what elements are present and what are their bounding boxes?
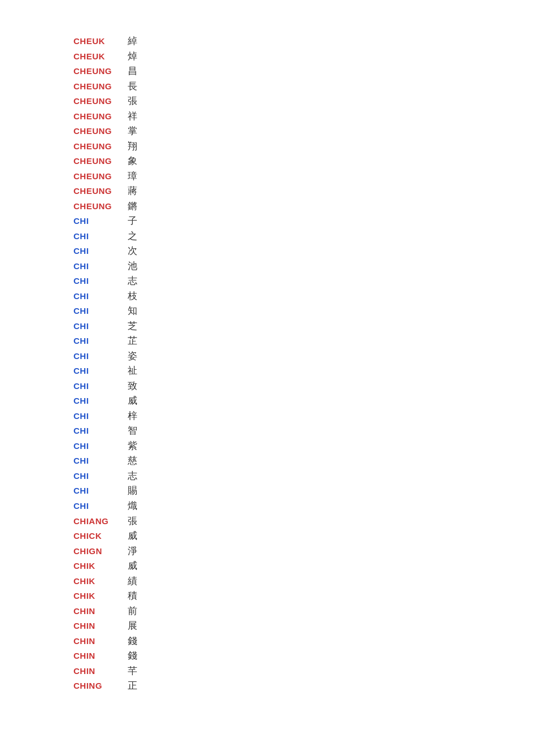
list-item: CHEUNG鏘 bbox=[73, 199, 534, 214]
romanization-label: CHI bbox=[73, 214, 124, 227]
romanization-label: CHI bbox=[73, 274, 124, 287]
list-item: CHIN前 bbox=[73, 604, 534, 619]
romanization-label: CHIGN bbox=[73, 545, 124, 558]
romanization-label: CHIK bbox=[73, 589, 124, 602]
romanization-label: CHI bbox=[73, 304, 124, 317]
romanization-label: CHI bbox=[73, 244, 124, 257]
list-item: CHI致 bbox=[73, 379, 534, 394]
chinese-character: 祥 bbox=[128, 109, 137, 124]
romanization-label: CHI bbox=[73, 394, 124, 407]
chinese-character: 展 bbox=[128, 619, 137, 634]
romanization-label: CHI bbox=[73, 230, 124, 243]
chinese-character: 威 bbox=[128, 394, 137, 409]
list-item: CHIGN淨 bbox=[73, 544, 534, 559]
chinese-character: 之 bbox=[128, 229, 137, 244]
chinese-character: 池 bbox=[128, 259, 137, 274]
chinese-character: 致 bbox=[128, 379, 137, 394]
list-item: CHI祉 bbox=[73, 364, 534, 379]
romanization-label: CHICK bbox=[73, 529, 124, 542]
chinese-character: 焯 bbox=[128, 49, 137, 64]
romanization-label: CHEUNG bbox=[73, 110, 124, 123]
romanization-label: CHI bbox=[73, 454, 124, 467]
romanization-label: CHEUNG bbox=[73, 64, 124, 77]
list-item: CHEUNG祥 bbox=[73, 109, 534, 124]
romanization-label: CHEUK bbox=[73, 50, 124, 63]
chinese-character: 芷 bbox=[128, 334, 137, 349]
list-item: CHICK威 bbox=[73, 529, 534, 544]
chinese-character: 翔 bbox=[128, 139, 137, 154]
list-item: CHIN展 bbox=[73, 619, 534, 634]
list-item: CHIK績 bbox=[73, 574, 534, 589]
romanization-label: CHI bbox=[73, 499, 124, 512]
list-item: CHIN錢 bbox=[73, 634, 534, 649]
chinese-character: 長 bbox=[128, 79, 137, 94]
list-item: CHI子 bbox=[73, 214, 534, 229]
chinese-character: 祉 bbox=[128, 364, 137, 379]
chinese-character: 慈 bbox=[128, 453, 137, 469]
chinese-character: 綽 bbox=[128, 34, 137, 49]
romanization-label: CHEUNG bbox=[73, 200, 124, 213]
list-item: CHI池 bbox=[73, 259, 534, 274]
list-item: CHI姿 bbox=[73, 349, 534, 364]
chinese-character: 威 bbox=[128, 529, 137, 544]
list-item: CHI芝 bbox=[73, 319, 534, 334]
list-item: CHI威 bbox=[73, 394, 534, 409]
chinese-character: 正 bbox=[128, 679, 137, 694]
chinese-character: 紫 bbox=[128, 439, 137, 454]
list-item: CHIN錢 bbox=[73, 649, 534, 664]
romanization-label: CHIN bbox=[73, 634, 124, 647]
chinese-character: 積 bbox=[128, 589, 137, 604]
romanization-label: CHEUNG bbox=[73, 94, 124, 107]
chinese-character: 蔣 bbox=[128, 184, 137, 199]
list-item: CHIK積 bbox=[73, 589, 534, 604]
list-item: CHIN芊 bbox=[73, 664, 534, 679]
list-item: CHEUNG掌 bbox=[73, 124, 534, 139]
romanization-label: CHI bbox=[73, 334, 124, 347]
romanization-label: CHI bbox=[73, 424, 124, 437]
chinese-character: 枝 bbox=[128, 289, 137, 304]
romanization-label: CHING bbox=[73, 679, 124, 692]
list-item: CHIANG張 bbox=[73, 514, 534, 529]
chinese-character: 掌 bbox=[128, 124, 137, 139]
romanization-label: CHI bbox=[73, 409, 124, 422]
romanization-label: CHEUNG bbox=[73, 80, 124, 93]
chinese-character: 志 bbox=[128, 469, 137, 484]
romanization-label: CHEUNG bbox=[73, 140, 124, 153]
list-item: CHI紫 bbox=[73, 439, 534, 454]
chinese-character: 梓 bbox=[128, 409, 137, 424]
chinese-character: 芝 bbox=[128, 319, 137, 334]
chinese-character: 象 bbox=[128, 154, 137, 169]
list-item: CHEUNG張 bbox=[73, 94, 534, 109]
list-item: CHING正 bbox=[73, 679, 534, 694]
list-item: CHI志 bbox=[73, 274, 534, 289]
list-item: CHIK威 bbox=[73, 559, 534, 574]
romanization-label: CHEUNG bbox=[73, 124, 124, 137]
list-item: CHI慈 bbox=[73, 453, 534, 469]
chinese-character: 璋 bbox=[128, 169, 137, 184]
romanization-label: CHI bbox=[73, 364, 124, 377]
romanization-label: CHIN bbox=[73, 604, 124, 617]
romanization-label: CHEUNG bbox=[73, 184, 124, 197]
romanization-label: CHI bbox=[73, 469, 124, 482]
romanization-label: CHI bbox=[73, 260, 124, 273]
chinese-character: 次 bbox=[128, 244, 137, 259]
list-item: CHI次 bbox=[73, 244, 534, 259]
chinese-character: 績 bbox=[128, 574, 137, 589]
list-item: CHI知 bbox=[73, 304, 534, 319]
list-item: CHEUK綽 bbox=[73, 34, 534, 49]
chinese-character: 張 bbox=[128, 514, 137, 529]
romanization-label: CHIN bbox=[73, 649, 124, 662]
chinese-character: 姿 bbox=[128, 349, 137, 364]
list-item: CHEUNG蔣 bbox=[73, 184, 534, 199]
list-item: CHI志 bbox=[73, 469, 534, 484]
romanization-label: CHEUNG bbox=[73, 154, 124, 167]
romanization-label: CHEUNG bbox=[73, 170, 124, 183]
list-item: CHI智 bbox=[73, 424, 534, 439]
chinese-character: 芊 bbox=[128, 664, 137, 679]
entry-list: CHEUK綽CHEUK焯CHEUNG昌CHEUNG長CHEUNG張CHEUNG祥… bbox=[73, 34, 534, 694]
list-item: CHEUNG長 bbox=[73, 79, 534, 94]
list-item: CHI賜 bbox=[73, 483, 534, 499]
chinese-character: 昌 bbox=[128, 64, 137, 79]
list-item: CHEUNG昌 bbox=[73, 64, 534, 79]
romanization-label: CHIN bbox=[73, 619, 124, 632]
